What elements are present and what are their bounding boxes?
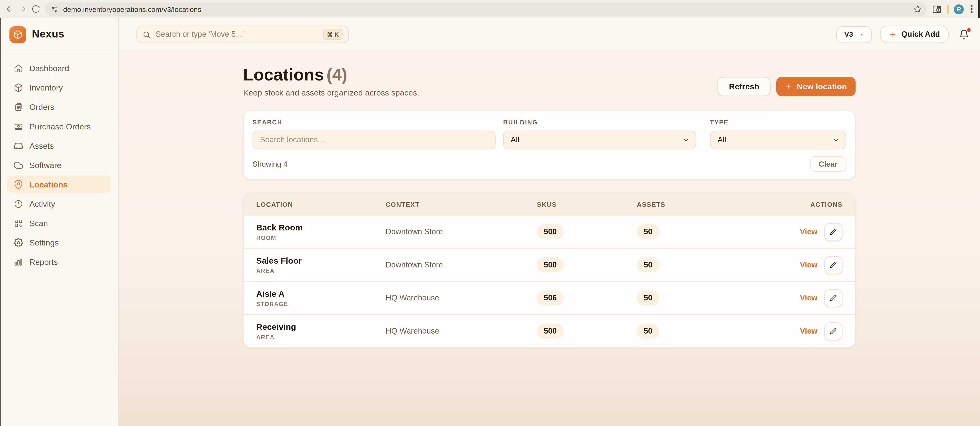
sidebar-item-label: Activity xyxy=(29,199,55,208)
table-row: Aisle A STORAGE HQ Warehouse 506 50 View xyxy=(244,281,855,314)
browser-profile-avatar[interactable]: R xyxy=(954,4,964,14)
filter-building-group: BUILDING All xyxy=(503,119,696,149)
view-link[interactable]: View xyxy=(800,294,818,302)
chevron-down-icon xyxy=(833,137,840,143)
edit-button[interactable] xyxy=(824,223,843,241)
edit-button[interactable] xyxy=(824,256,843,274)
sidebar-item-purchase-orders[interactable]: Purchase Orders xyxy=(7,118,111,135)
column-skus: SKUS xyxy=(537,200,637,208)
url-text: demo.inventoryoperations.com/v3/location… xyxy=(63,5,201,13)
sidebar-item-label: Scan xyxy=(29,218,48,227)
sidebar-item-inventory[interactable]: Inventory xyxy=(7,79,111,96)
new-location-button[interactable]: New location xyxy=(776,77,856,96)
bar-chart-icon xyxy=(13,257,23,267)
actions-cell: View xyxy=(768,322,842,340)
page-content: Locations(4) Keep stock and assets organ… xyxy=(119,51,980,426)
reload-icon[interactable] xyxy=(32,5,40,13)
sidebar-item-label: Inventory xyxy=(29,83,63,92)
building-select[interactable]: All xyxy=(503,130,696,149)
skus-cell: 500 xyxy=(537,258,637,272)
sidebar-item-assets[interactable]: Assets xyxy=(7,137,111,154)
location-kind: AREA xyxy=(256,267,386,274)
skus-badge: 500 xyxy=(537,324,563,339)
sidebar-item-locations[interactable]: Locations xyxy=(7,175,111,193)
location-kind: ROOM xyxy=(256,234,386,241)
skus-badge: 500 xyxy=(537,258,563,272)
brand-header: Nexus xyxy=(0,18,118,51)
type-filter-label: TYPE xyxy=(710,119,846,126)
pencil-icon xyxy=(829,261,838,269)
sidebar-nav: Dashboard Inventory Orders Purchase Orde… xyxy=(0,51,118,279)
sidebar-item-settings[interactable]: Settings xyxy=(7,234,111,251)
header-actions: V3 Quick Add xyxy=(836,25,969,43)
context-cell: Downtown Store xyxy=(386,261,537,269)
context-cell: HQ Warehouse xyxy=(386,327,537,335)
notification-dot xyxy=(967,28,971,32)
type-select[interactable]: All xyxy=(710,130,846,149)
sidebar-item-label: Reports xyxy=(29,257,58,267)
version-select[interactable]: V3 xyxy=(836,26,872,43)
sidebar-item-dashboard[interactable]: Dashboard xyxy=(7,59,111,77)
search-icon xyxy=(142,30,151,38)
clear-filters-button[interactable]: Clear xyxy=(810,156,846,172)
browser-toolbar: demo.inventoryoperations.com/v3/location… xyxy=(0,0,980,18)
actions-cell: View xyxy=(768,223,842,241)
view-link[interactable]: View xyxy=(800,327,818,335)
sidebar-item-activity[interactable]: Activity xyxy=(7,195,111,212)
context-cell: Downtown Store xyxy=(386,227,537,236)
page-actions: Refresh New location xyxy=(718,77,856,97)
edit-button[interactable] xyxy=(824,322,843,340)
new-location-label: New location xyxy=(797,82,847,91)
version-value: V3 xyxy=(844,30,853,38)
view-link[interactable]: View xyxy=(800,261,818,269)
view-link[interactable]: View xyxy=(800,227,818,236)
location-cell: Sales Floor AREA xyxy=(256,256,386,274)
table-header-row: LOCATION CONTEXT SKUS ASSETS ACTIONS xyxy=(244,193,855,215)
location-cell: Back Room ROOM xyxy=(256,223,386,241)
edit-button[interactable] xyxy=(824,289,843,307)
banknote-icon xyxy=(13,122,23,131)
filter-type-group: TYPE All xyxy=(710,119,846,149)
sidebar-item-label: Dashboard xyxy=(29,64,69,73)
notifications-bell-icon[interactable] xyxy=(959,29,969,40)
locations-table: LOCATION CONTEXT SKUS ASSETS ACTIONS Bac… xyxy=(243,192,856,348)
global-search-input[interactable] xyxy=(156,30,318,39)
skus-badge: 500 xyxy=(537,224,563,239)
locations-search-input[interactable] xyxy=(253,130,496,149)
bookmark-star-icon[interactable] xyxy=(914,5,922,13)
screenshot-viewport: demo.inventoryoperations.com/v3/location… xyxy=(0,0,980,426)
skus-badge: 506 xyxy=(537,290,563,305)
sidebar-item-label: Settings xyxy=(29,238,59,247)
location-cell: Aisle A STORAGE xyxy=(256,289,386,307)
actions-cell: View xyxy=(768,289,842,307)
column-context: CONTEXT xyxy=(386,200,537,208)
chevron-down-icon xyxy=(859,32,865,37)
address-bar[interactable]: demo.inventoryoperations.com/v3/location… xyxy=(45,2,927,16)
skus-cell: 500 xyxy=(537,224,637,239)
hard-drive-icon xyxy=(13,141,23,150)
back-icon[interactable] xyxy=(6,5,14,13)
search-tabs-icon[interactable] xyxy=(932,4,942,14)
sidebar-item-reports[interactable]: Reports xyxy=(7,253,111,270)
plus-icon xyxy=(889,30,897,38)
refresh-button[interactable]: Refresh xyxy=(718,77,770,96)
nexus-logo-icon xyxy=(9,26,26,43)
filter-panel: SEARCH BUILDING All xyxy=(243,110,856,180)
quick-add-button[interactable]: Quick Add xyxy=(880,25,949,43)
sidebar: Nexus Dashboard Inventory Orders Purcha xyxy=(0,18,119,426)
cube-icon xyxy=(13,83,23,92)
sidebar-item-scan[interactable]: Scan xyxy=(7,214,111,232)
app-header: ⌘ K V3 Quick Add xyxy=(119,18,980,51)
global-search[interactable]: ⌘ K xyxy=(136,25,348,43)
page-title-block: Locations(4) Keep stock and assets organ… xyxy=(243,66,419,97)
sidebar-item-software[interactable]: Software xyxy=(7,156,111,173)
assets-cell: 50 xyxy=(637,290,768,305)
site-settings-icon[interactable] xyxy=(51,5,58,13)
sidebar-item-orders[interactable]: Orders xyxy=(7,98,111,116)
filter-search-group: SEARCH xyxy=(253,119,496,149)
sidebar-item-label: Software xyxy=(29,160,61,170)
forward-icon[interactable] xyxy=(19,5,27,13)
browser-menu-icon[interactable] xyxy=(969,5,974,13)
home-icon xyxy=(13,64,23,73)
actions-cell: View xyxy=(768,256,842,274)
